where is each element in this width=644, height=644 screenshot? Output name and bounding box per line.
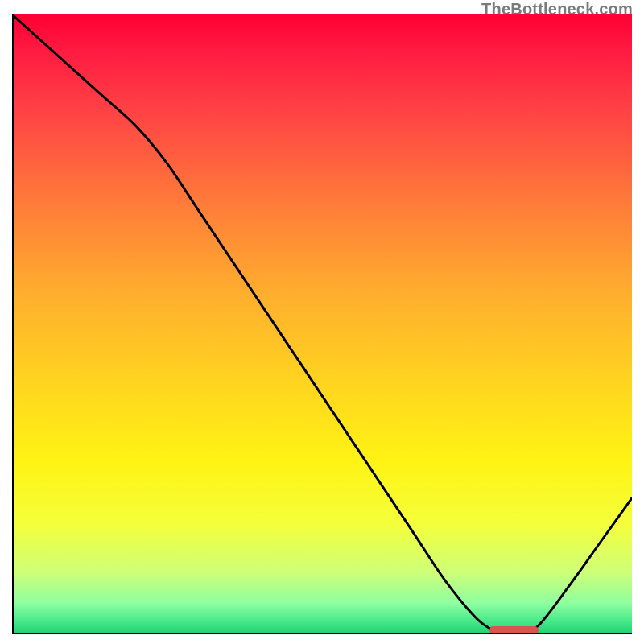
plot-area	[12, 14, 632, 634]
bottleneck-chart: TheBottleneck.com	[0, 0, 644, 644]
bottleneck-curve	[12, 14, 632, 634]
y-axis	[12, 14, 14, 634]
x-axis	[12, 633, 632, 634]
